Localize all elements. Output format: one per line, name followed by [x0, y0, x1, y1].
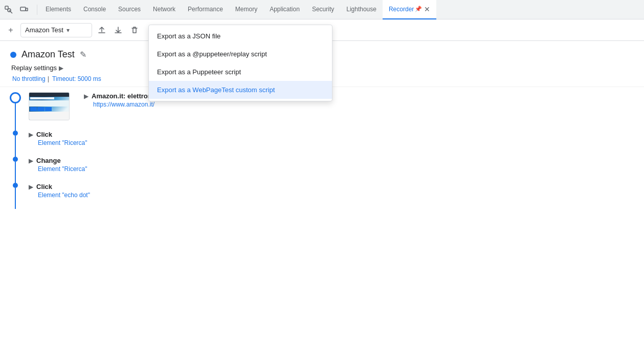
tab-close-icon[interactable]: ✕ — [424, 5, 430, 13]
recording-title: Amazon Test — [21, 49, 75, 60]
change-expand-icon[interactable]: ▶ — [29, 157, 33, 164]
click-2-title-row: ▶ Click — [29, 183, 634, 190]
click-2-content: ▶ Click Element "echo dot" — [29, 183, 634, 209]
step-click-1: ▶ Click Element "Ricerca" — [10, 131, 634, 157]
click-2-subtitle: Element "echo dot" — [38, 192, 634, 199]
change-subtitle: Element "Ricerca" — [38, 165, 634, 173]
timeline-change — [10, 157, 20, 183]
change-title: Change — [36, 157, 61, 164]
add-recording-button[interactable]: + — [4, 24, 17, 37]
timeline-click-2 — [10, 183, 20, 209]
tab-console[interactable]: Console — [77, 0, 112, 19]
timeline-dot-click-2 — [13, 183, 18, 188]
export-puppeteer-replay-item[interactable]: Export as a @puppeteer/replay script — [149, 45, 332, 63]
click-1-title-row: ▶ Click — [29, 131, 634, 138]
change-title-row: ▶ Change — [29, 157, 634, 164]
tab-performance[interactable]: Performance — [182, 0, 229, 19]
timeline-line-4 — [15, 188, 16, 209]
steps-container: ▶ Amazon.it: elettronica, libri, musica,… — [0, 87, 644, 209]
export-webpagetest-item[interactable]: Export as a WebPageTest custom script — [149, 81, 332, 99]
timeline-dot-click-1 — [13, 131, 18, 136]
export-json-item[interactable]: Export as a JSON file — [149, 27, 332, 45]
tab-security[interactable]: Security — [306, 0, 340, 19]
click-2-title: Click — [36, 183, 52, 190]
devtools-icons — [2, 3, 31, 16]
step-click-2: ▶ Click Element "echo dot" — [10, 183, 634, 209]
thumbnail-preview — [29, 93, 69, 120]
click-2-expand-icon[interactable]: ▶ — [29, 183, 33, 190]
tab-pin-icon: 📌 — [415, 6, 422, 12]
step-thumbnail — [29, 92, 70, 120]
svg-rect-0 — [5, 6, 8, 9]
navigate-url: https://www.amazon.it/ — [93, 101, 329, 108]
timeline-click-1 — [10, 131, 20, 157]
click-1-subtitle: Element "Ricerca" — [38, 139, 634, 146]
timeline-line-2 — [15, 136, 16, 157]
tab-memory[interactable]: Memory — [229, 0, 263, 19]
inspect-element-button[interactable] — [2, 3, 15, 16]
replay-settings-expand-icon: ▶ — [59, 65, 63, 72]
timeline-navigate — [10, 92, 20, 131]
tab-sources[interactable]: Sources — [112, 0, 147, 19]
upload-button[interactable] — [95, 24, 108, 37]
toolbar: + Amazon Test ▾ Export as a JSON file Ex… — [0, 19, 644, 41]
export-puppeteer-item[interactable]: Export as a Puppeteer script — [149, 63, 332, 81]
tab-recorder[interactable]: Recorder 📌 ✕ — [383, 0, 436, 19]
tab-bar: Elements Console Sources Network Perform… — [0, 0, 644, 19]
no-throttling-label: No throttling — [12, 75, 46, 82]
tab-lighthouse[interactable]: Lighthouse — [340, 0, 383, 19]
delete-recording-button[interactable] — [128, 24, 141, 37]
click-1-content: ▶ Click Element "Ricerca" — [29, 131, 634, 157]
selected-recording-name: Amazon Test — [25, 26, 63, 34]
timeline-circle-navigate — [10, 92, 21, 103]
chevron-down-icon: ▾ — [66, 27, 70, 34]
step-change: ▶ Change Element "Ricerca" — [10, 157, 634, 183]
recording-status-dot — [10, 52, 16, 58]
timeline-line-3 — [15, 162, 16, 183]
tab-network[interactable]: Network — [147, 0, 182, 19]
settings-separator: | — [48, 75, 49, 82]
tab-application[interactable]: Application — [263, 0, 306, 19]
timeout-label: Timeout: 5000 ms — [52, 75, 101, 82]
change-content: ▶ Change Element "Ricerca" — [29, 157, 634, 183]
navigate-expand-icon[interactable]: ▶ — [84, 93, 88, 100]
download-button[interactable] — [112, 24, 125, 37]
export-dropdown-menu: Export as a JSON file Export as a @puppe… — [148, 25, 332, 101]
tab-divider — [37, 5, 37, 15]
device-toolbar-button[interactable] — [17, 3, 31, 16]
timeline-line-1 — [15, 103, 16, 131]
recording-selector[interactable]: Amazon Test ▾ — [20, 23, 92, 37]
timeline-dot-change — [13, 157, 18, 162]
edit-title-icon[interactable]: ✎ — [80, 50, 86, 59]
svg-rect-2 — [20, 7, 26, 11]
replay-settings-label[interactable]: Replay settings — [11, 64, 57, 72]
click-1-expand-icon[interactable]: ▶ — [29, 131, 33, 138]
svg-rect-3 — [26, 8, 28, 11]
click-1-title: Click — [36, 131, 52, 138]
tab-elements[interactable]: Elements — [39, 0, 77, 19]
